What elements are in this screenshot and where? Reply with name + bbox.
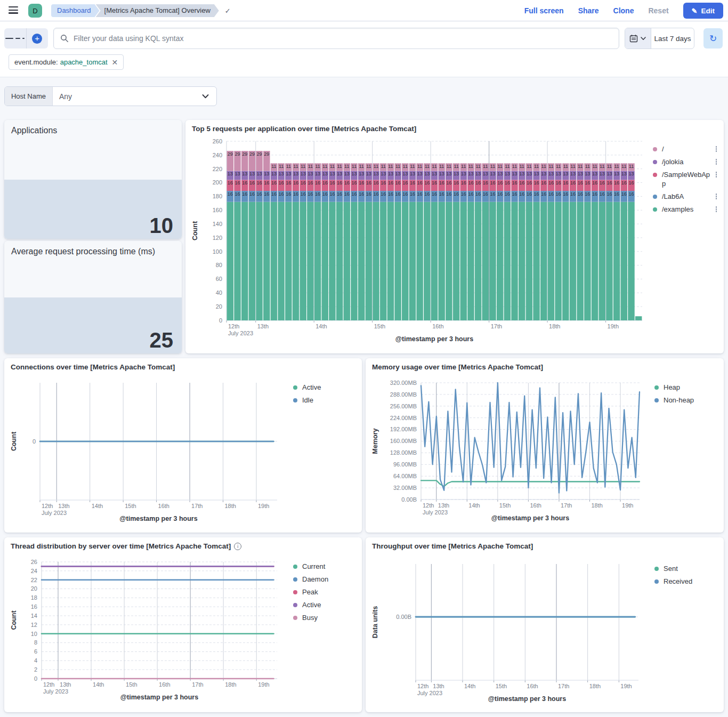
refresh-button[interactable]: ↻ [703,28,723,49]
legend-item[interactable]: /examples [653,205,719,214]
svg-text:13: 13 [228,171,233,176]
filter-icon[interactable] [4,28,26,49]
breadcrumb-current-page[interactable]: [Metrics Apache Tomcat] Overview [96,4,219,17]
top5-requests-chart[interactable]: 02040608010012014016018020022024026012th… [185,120,724,353]
svg-text:16th: 16th [527,683,538,689]
svg-text:16: 16 [556,191,561,197]
legend-item[interactable]: Idle [293,396,359,405]
legend-item[interactable]: Heap [654,383,721,392]
legend-label: /SampleWebApp [662,170,714,188]
svg-text:13: 13 [468,171,473,176]
legend-menu-icon[interactable] [714,170,719,179]
svg-text:2: 2 [34,666,37,673]
svg-text:180: 180 [213,193,222,199]
legend-item[interactable]: Active [293,600,359,609]
svg-text:18th: 18th [589,683,601,689]
share-link[interactable]: Share [578,6,599,15]
svg-text:16: 16 [578,180,583,186]
calendar-button[interactable] [625,28,651,49]
space-avatar[interactable]: D [28,4,42,18]
legend-item[interactable]: / [653,144,719,154]
breadcrumb-dashboard[interactable]: Dashboard [51,4,100,17]
legend-label: Active [302,383,359,392]
legend-item[interactable]: Busy [293,613,359,622]
svg-text:10: 10 [31,631,37,637]
legend-item[interactable]: Peak [293,587,359,597]
svg-text:16: 16 [264,180,269,186]
filter-pill[interactable]: event.module: apache_tomcat ✕ [9,54,124,70]
svg-text:16: 16 [293,191,298,197]
svg-text:16: 16 [228,191,233,197]
legend-item[interactable]: Daemon [293,575,359,584]
svg-text:160.00MB: 160.00MB [390,438,417,444]
svg-text:11: 11 [534,164,539,169]
svg-text:16: 16 [446,180,451,186]
svg-text:13: 13 [621,171,627,176]
legend-item[interactable]: Received [654,577,721,586]
info-icon[interactable]: i [234,543,241,550]
svg-text:18th: 18th [591,502,602,509]
svg-text:16: 16 [315,180,320,186]
svg-text:16: 16 [424,191,430,197]
legend-item[interactable]: Active [293,383,359,392]
svg-text:11: 11 [388,164,393,169]
svg-text:16: 16 [337,180,342,186]
legend-item[interactable]: Non-heap [654,396,721,405]
svg-text:16: 16 [257,191,262,197]
svg-text:13: 13 [600,171,605,176]
svg-text:16: 16 [439,180,444,186]
chevron-down-icon [640,35,646,42]
host-name-control[interactable]: Host Name Any [4,86,217,106]
svg-text:17th: 17th [192,681,203,688]
legend-dot-icon [653,173,657,177]
legend-item[interactable]: /Lab6A [653,192,719,201]
svg-text:29: 29 [235,151,240,157]
full-screen-link[interactable]: Full screen [524,6,564,15]
svg-text:14th: 14th [468,502,480,509]
kql-input[interactable] [74,34,612,43]
svg-text:14th: 14th [93,681,104,688]
svg-text:13: 13 [359,171,364,176]
svg-text:16: 16 [417,191,423,197]
svg-text:16: 16 [606,180,612,186]
svg-text:13: 13 [374,171,379,176]
svg-text:15th: 15th [496,683,507,689]
legend-menu-icon[interactable] [714,144,719,153]
metric-title: Average request processing time (ms) [11,246,175,257]
svg-text:13: 13 [578,171,583,176]
clone-link[interactable]: Clone [613,6,634,15]
legend-menu-icon[interactable] [714,205,719,213]
add-filter-button[interactable]: + [26,28,48,49]
legend-menu-icon[interactable] [714,157,719,166]
hamburger-menu-icon[interactable] [9,6,18,15]
applications-metric-panel: Applications 10 [4,120,182,239]
close-icon[interactable]: ✕ [112,58,118,67]
svg-text:29: 29 [257,151,262,157]
svg-text:11: 11 [359,164,363,169]
svg-text:16: 16 [614,191,619,197]
svg-text:13: 13 [446,171,451,176]
svg-text:120: 120 [213,235,222,241]
legend-item[interactable]: Sent [654,564,721,573]
svg-text:17th: 17th [191,503,203,509]
svg-text:13: 13 [410,171,415,176]
svg-text:11: 11 [585,164,590,169]
svg-text:16: 16 [585,191,590,197]
breadcrumb: Dashboard [Metrics Apache Tomcat] Overvi… [51,4,231,17]
panel-title: Connections over time [Metrics Apache To… [11,363,175,371]
svg-text:8: 8 [34,639,37,646]
svg-text:13: 13 [249,171,255,176]
check-icon[interactable]: ✓ [225,7,231,15]
svg-text:11: 11 [425,164,430,169]
svg-text:16: 16 [264,191,269,197]
svg-text:16: 16 [344,180,350,186]
legend-item[interactable]: Current [293,562,359,571]
edit-button[interactable]: ✎ Edit [683,3,723,19]
legend-dot-icon [293,577,297,582]
legend-menu-icon[interactable] [714,192,719,200]
svg-text:16: 16 [490,191,495,197]
legend-item[interactable]: /jolokia [653,157,719,166]
time-range-button[interactable]: Last 7 days [651,28,694,49]
svg-text:16: 16 [301,191,306,197]
legend-item[interactable]: /SampleWebApp [653,170,719,188]
